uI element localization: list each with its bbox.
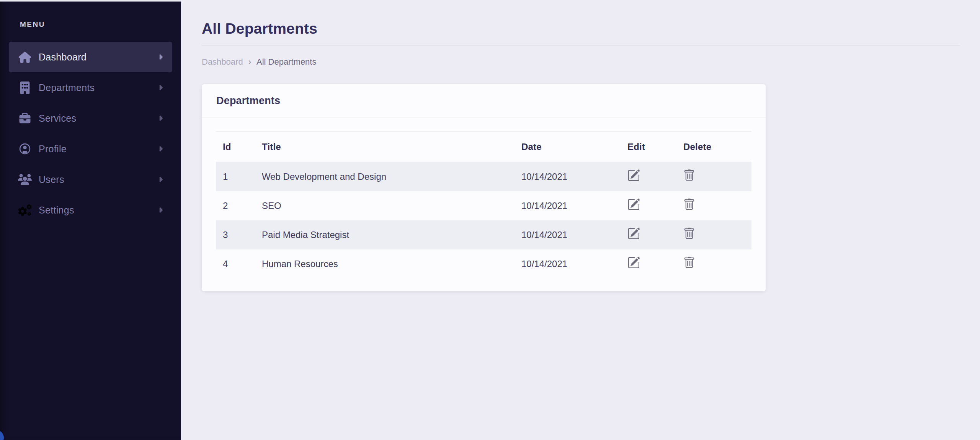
departments-card: Departments Id Title Date Edit Delete [202, 84, 766, 291]
sidebar-item-label: Profile [39, 143, 158, 155]
edit-icon [627, 198, 640, 211]
cell-date: 10/14/2021 [521, 249, 627, 279]
edit-button[interactable] [627, 198, 640, 211]
delete-button[interactable] [683, 198, 695, 211]
column-header-edit: Edit [627, 132, 683, 162]
card-body: Id Title Date Edit Delete 1 Web Developm… [202, 117, 766, 291]
column-header-date: Date [521, 132, 627, 162]
cell-date: 10/14/2021 [521, 191, 627, 220]
table-header-row: Id Title Date Edit Delete [216, 132, 751, 162]
users-icon [18, 174, 32, 185]
user-circle-icon [18, 143, 32, 155]
main-content: All Departments Dashboard › All Departme… [181, 0, 980, 440]
cell-title: Web Development and Design [262, 162, 521, 191]
cell-title: Human Resources [262, 249, 521, 279]
briefcase-icon [18, 113, 32, 124]
chevron-right-icon [158, 83, 163, 92]
sidebar-item-departments[interactable]: Departments [9, 72, 172, 103]
cogs-icon [18, 204, 32, 216]
building-icon [18, 81, 32, 94]
trash-icon [683, 227, 695, 240]
cell-id: 3 [216, 220, 262, 249]
breadcrumb-separator-icon: › [248, 57, 251, 67]
trash-icon [683, 256, 695, 269]
page-title: All Departments [202, 0, 960, 37]
edit-button[interactable] [627, 227, 640, 240]
sidebar-item-dashboard[interactable]: Dashboard [9, 42, 172, 72]
sidebar-item-label: Users [39, 174, 158, 185]
cell-date: 10/14/2021 [521, 220, 627, 249]
sidebar-item-users[interactable]: Users [9, 164, 172, 195]
trash-icon [683, 169, 695, 182]
table-row: 4 Human Resources 10/14/2021 [216, 249, 751, 279]
cell-id: 4 [216, 249, 262, 279]
sidebar-item-services[interactable]: Services [9, 103, 172, 134]
sidebar-item-label: Dashboard [39, 52, 158, 63]
sidebar-item-settings[interactable]: Settings [9, 195, 172, 225]
card-title: Departments [202, 84, 766, 117]
column-header-delete: Delete [683, 132, 751, 162]
chevron-right-icon [158, 114, 163, 122]
breadcrumb-current: All Departments [256, 57, 317, 67]
chevron-right-icon [158, 53, 163, 61]
edit-icon [627, 169, 640, 182]
edit-icon [627, 256, 640, 269]
chevron-right-icon [158, 175, 163, 184]
breadcrumb: Dashboard › All Departments [202, 57, 960, 67]
trash-icon [683, 198, 695, 211]
table-row: 2 SEO 10/14/2021 [216, 191, 751, 220]
cell-id: 2 [216, 191, 262, 220]
chevron-right-icon [158, 145, 163, 153]
cell-title: Paid Media Strategist [262, 220, 521, 249]
cell-title: SEO [262, 191, 521, 220]
breadcrumb-link-dashboard[interactable]: Dashboard [202, 57, 243, 67]
title-divider [202, 45, 960, 46]
cell-date: 10/14/2021 [521, 162, 627, 191]
edit-button[interactable] [627, 169, 640, 182]
sidebar-item-label: Settings [39, 205, 158, 216]
column-header-id: Id [216, 132, 262, 162]
sidebar: MENU Dashboard Departments Services [0, 2, 181, 440]
edit-icon [627, 227, 640, 240]
menu-section-label: MENU [20, 20, 45, 29]
sidebar-item-label: Services [39, 113, 158, 124]
column-header-title: Title [262, 132, 521, 162]
delete-button[interactable] [683, 227, 695, 240]
sidebar-item-profile[interactable]: Profile [9, 134, 172, 164]
corner-accent-shape [0, 430, 4, 440]
sidebar-item-label: Departments [39, 82, 158, 93]
delete-button[interactable] [683, 256, 695, 269]
cell-id: 1 [216, 162, 262, 191]
departments-table: Id Title Date Edit Delete 1 Web Developm… [216, 131, 751, 279]
edit-button[interactable] [627, 256, 640, 269]
table-row: 1 Web Development and Design 10/14/2021 [216, 162, 751, 191]
home-icon [18, 52, 32, 63]
sidebar-menu: Dashboard Departments Services [9, 42, 172, 225]
chevron-right-icon [158, 206, 163, 214]
table-row: 3 Paid Media Strategist 10/14/2021 [216, 220, 751, 249]
delete-button[interactable] [683, 169, 695, 182]
